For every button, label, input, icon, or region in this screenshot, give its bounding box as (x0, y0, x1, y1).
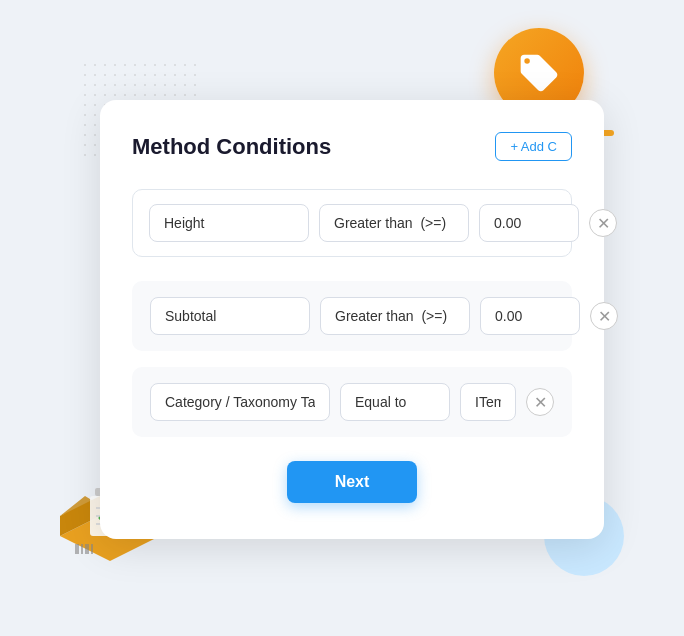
scene: Method Conditions + Add C ✕ ✕ (0, 0, 684, 636)
subtotal-operator-input[interactable] (320, 297, 470, 335)
condition-row-height: ✕ (132, 189, 572, 257)
height-type-input[interactable] (149, 204, 309, 242)
condition-row-tags: ✕ (132, 367, 572, 437)
subtotal-value-input[interactable] (480, 297, 580, 335)
tags-type-input[interactable] (150, 383, 330, 421)
add-condition-button[interactable]: + Add C (495, 132, 572, 161)
svg-rect-11 (81, 544, 83, 554)
condition-row-subtotal: ✕ (132, 281, 572, 351)
main-card: Method Conditions + Add C ✕ ✕ (100, 100, 604, 539)
close-icon: ✕ (597, 214, 610, 233)
tags-remove-button[interactable]: ✕ (526, 388, 554, 416)
tag-icon (517, 51, 561, 95)
close-icon-2: ✕ (598, 307, 611, 326)
svg-rect-10 (75, 544, 79, 554)
card-header: Method Conditions + Add C (132, 132, 572, 161)
tags-operator-input[interactable] (340, 383, 450, 421)
close-icon-3: ✕ (534, 393, 547, 412)
svg-rect-12 (85, 544, 89, 554)
height-remove-button[interactable]: ✕ (589, 209, 617, 237)
height-value-input[interactable] (479, 204, 579, 242)
next-button[interactable]: Next (287, 461, 418, 503)
subtotal-type-input[interactable] (150, 297, 310, 335)
subtotal-remove-button[interactable]: ✕ (590, 302, 618, 330)
svg-rect-13 (91, 544, 93, 554)
add-condition-label: + Add C (510, 139, 557, 154)
card-title: Method Conditions (132, 134, 331, 160)
height-operator-input[interactable] (319, 204, 469, 242)
tags-value-input[interactable] (460, 383, 516, 421)
